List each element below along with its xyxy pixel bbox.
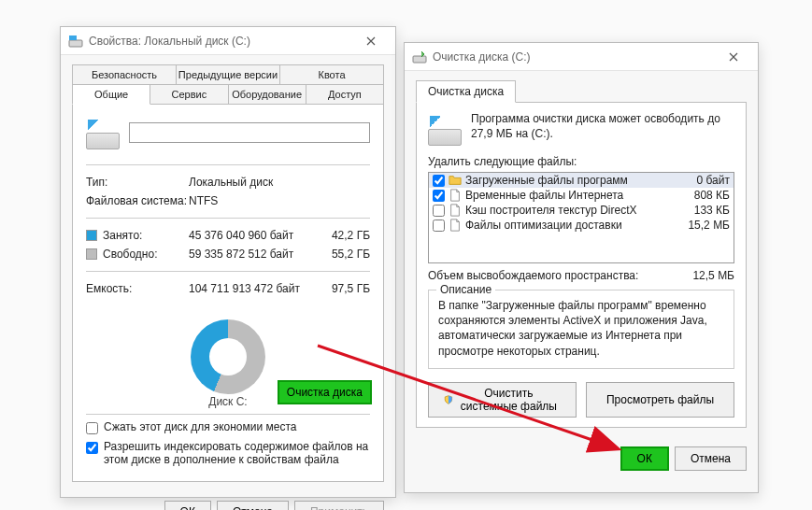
cancel-button[interactable]: Отмена	[675, 446, 747, 471]
view-files-button[interactable]: Просмотреть файлы	[586, 382, 734, 418]
file-icon	[449, 219, 462, 232]
file-item-checkbox[interactable]	[433, 190, 445, 202]
file-icon	[449, 204, 462, 217]
index-label: Разрешить индексировать содержимое файло…	[104, 440, 370, 466]
dialog-buttons: ОК Отмена	[405, 437, 758, 480]
ok-button[interactable]: ОК	[620, 446, 669, 471]
disk-cleanup-dialog: Очистка диска (C:) Очистка диска Програм…	[404, 42, 759, 493]
compress-label: Сжать этот диск для экономии места	[104, 420, 296, 433]
file-list-item[interactable]: Файлы оптимизации доставки15,2 МБ	[429, 218, 734, 233]
file-list-item[interactable]: Кэш построителя текстур DirectX133 КБ	[429, 203, 734, 218]
titlebar[interactable]: Свойства: Локальный диск (C:)	[61, 27, 395, 55]
file-item-size: 133 КБ	[674, 204, 730, 217]
file-item-checkbox[interactable]	[433, 220, 445, 232]
apply-button[interactable]: Применить	[294, 501, 384, 510]
close-icon[interactable]	[354, 28, 388, 54]
free-swatch-icon	[86, 248, 97, 260]
cleanup-message: Программа очистки диска может освободить…	[471, 112, 734, 141]
file-item-checkbox[interactable]	[433, 205, 445, 217]
tab-hardware[interactable]: Оборудование	[228, 84, 306, 105]
usage-pie-chart	[191, 319, 265, 394]
drive-large-icon	[428, 112, 462, 146]
folder-icon	[449, 174, 462, 187]
files-list-label: Удалить следующие файлы:	[428, 155, 734, 168]
file-item-label: Временные файлы Интернета	[465, 189, 670, 202]
type-value: Локальный диск	[189, 175, 314, 190]
tab-general[interactable]: Общие	[72, 84, 150, 105]
file-icon	[449, 189, 462, 202]
ok-button[interactable]: ОК	[164, 501, 211, 510]
description-text: В папке "Загруженные файлы программ" вре…	[438, 298, 724, 359]
dialog-buttons: ОК Отмена Применить	[61, 491, 395, 510]
disk-cleanup-button[interactable]: Очистка диска	[278, 380, 372, 404]
capacity-label: Емкость:	[86, 281, 189, 296]
tab-previous-versions[interactable]: Предыдущие версии	[176, 64, 280, 85]
type-label: Тип:	[86, 175, 189, 190]
used-bytes: 45 376 040 960 байт	[189, 228, 314, 243]
properties-dialog: Свойства: Локальный диск (C:) Безопаснос…	[60, 26, 396, 498]
file-item-size: 808 КБ	[674, 189, 730, 202]
tab-security[interactable]: Безопасность	[72, 64, 177, 85]
free-gb: 55,2 ГБ	[314, 247, 370, 262]
free-bytes: 59 335 872 512 байт	[189, 247, 314, 262]
total-value: 12,5 МБ	[692, 269, 734, 282]
files-list[interactable]: Загруженные файлы программ0 байтВременны…	[428, 172, 734, 263]
capacity-gb: 97,5 ГБ	[314, 281, 370, 296]
tab-tools[interactable]: Сервис	[150, 84, 228, 105]
file-list-item[interactable]: Загруженные файлы программ0 байт	[429, 173, 734, 188]
compress-checkbox-row[interactable]: Сжать этот диск для экономии места	[86, 420, 370, 434]
close-icon[interactable]	[717, 44, 750, 70]
clean-system-files-label: Очистить системные файлы	[457, 387, 561, 413]
svg-rect-2	[413, 56, 426, 63]
svg-rect-1	[69, 35, 77, 40]
index-checkbox[interactable]	[86, 442, 98, 454]
drive-icon	[68, 34, 83, 49]
file-item-size: 15,2 МБ	[674, 219, 730, 232]
file-item-label: Загруженные файлы программ	[465, 174, 670, 187]
used-label: Занято:	[103, 229, 142, 242]
free-label: Свободно:	[103, 248, 158, 261]
tabs-row-2: Общие Сервис Оборудование Доступ	[72, 84, 384, 105]
drive-name-input[interactable]	[129, 122, 370, 143]
tab-quota[interactable]: Квота	[279, 64, 384, 85]
drive-caption: Диск C:	[208, 395, 247, 408]
shield-icon	[444, 393, 453, 406]
file-item-checkbox[interactable]	[433, 175, 445, 187]
used-swatch-icon	[86, 230, 97, 241]
used-gb: 42,2 ГБ	[314, 228, 370, 243]
description-legend: Описание	[436, 283, 495, 296]
capacity-bytes: 104 711 913 472 байт	[189, 281, 314, 296]
file-item-size: 0 байт	[674, 174, 730, 187]
drive-large-icon	[86, 116, 120, 149]
clean-system-files-button[interactable]: Очистить системные файлы	[428, 382, 577, 418]
file-list-item[interactable]: Временные файлы Интернета808 КБ	[429, 188, 734, 203]
tab-sharing[interactable]: Доступ	[306, 84, 384, 105]
cancel-button[interactable]: Отмена	[217, 501, 289, 510]
tab-general-content: Тип: Локальный диск Файловая система: NT…	[72, 104, 384, 482]
titlebar[interactable]: Очистка диска (C:)	[405, 43, 758, 71]
window-title: Свойства: Локальный диск (C:)	[89, 35, 354, 48]
compress-checkbox[interactable]	[86, 422, 98, 434]
description-groupbox: Описание В папке "Загруженные файлы прог…	[428, 290, 734, 369]
tab-cleanup-content: Программа очистки диска может освободить…	[416, 102, 747, 428]
window-title: Очистка диска (C:)	[433, 50, 717, 64]
total-label: Объем высвобождаемого пространства:	[428, 269, 638, 282]
fs-value: NTFS	[189, 193, 314, 208]
tabs-row-1: Безопасность Предыдущие версии Квота	[72, 64, 384, 85]
file-item-label: Файлы оптимизации доставки	[465, 219, 670, 232]
index-checkbox-row[interactable]: Разрешить индексировать содержимое файло…	[86, 440, 370, 466]
cleanup-icon	[412, 50, 427, 64]
tab-cleanup[interactable]: Очистка диска	[416, 80, 516, 103]
fs-label: Файловая система:	[86, 193, 189, 208]
file-item-label: Кэш построителя текстур DirectX	[465, 204, 670, 217]
svg-rect-0	[69, 40, 82, 47]
